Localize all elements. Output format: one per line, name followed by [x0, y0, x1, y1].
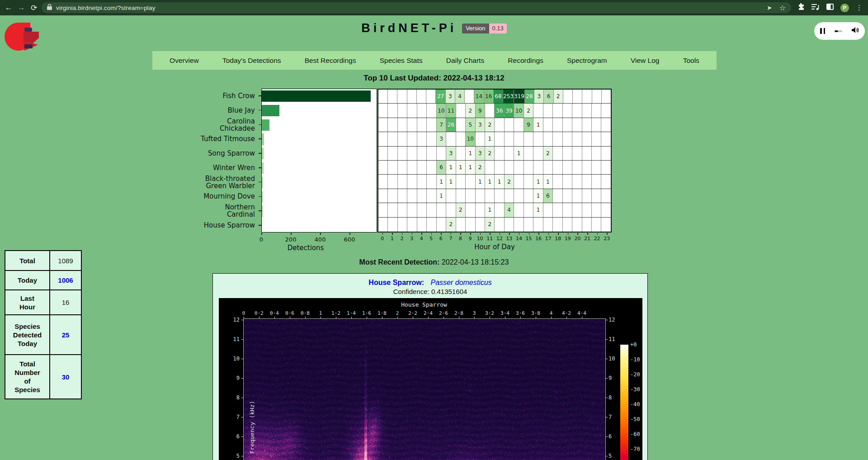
- nav-item-recordings[interactable]: Recordings: [508, 57, 543, 65]
- detection-species-link[interactable]: House Sparrow:: [368, 279, 424, 286]
- detections-bar: [262, 119, 269, 131]
- forward-button[interactable]: →: [15, 0, 27, 15]
- extensions-icon[interactable]: [797, 3, 805, 12]
- heatmap-cell: [397, 90, 407, 103]
- heatmap-cell: [427, 203, 436, 217]
- url-bar[interactable]: virginia.birdnetpi.com/?stream=play ➤ ☆: [42, 2, 791, 13]
- stat-value[interactable]: 1006: [50, 270, 81, 290]
- heatmap-row: 3101: [378, 132, 611, 146]
- heatmap-cell: 1: [437, 175, 446, 188]
- spectrogram-x-tick: [551, 317, 552, 318]
- heatmap-cell: [398, 132, 407, 146]
- heatmap-cell: [601, 132, 610, 146]
- spectrogram-x-tick: [274, 317, 275, 318]
- axis-tick: [451, 233, 452, 235]
- nav-item-view-log[interactable]: View Log: [631, 57, 659, 65]
- stat-label: Species Detected Today: [5, 315, 50, 355]
- heatmap-cell: [553, 189, 562, 203]
- heatmap-cell: [601, 203, 610, 217]
- heatmap-cell: [398, 147, 407, 160]
- axis-tick: [500, 233, 500, 235]
- hour-axis-tick-label: 0: [381, 236, 384, 242]
- heatmap-cell: 2: [476, 161, 485, 174]
- heatmap-cell: 2: [543, 147, 553, 160]
- detections-bar: [262, 133, 264, 145]
- detection-confidence-line: Confidence: 0.41351604: [213, 288, 647, 295]
- species-label: CarolinaChickadee: [163, 118, 259, 132]
- nav-item-overview[interactable]: Overview: [170, 57, 199, 65]
- spectrogram-y-tick: [241, 359, 243, 359]
- back-button[interactable]: ←: [3, 0, 14, 15]
- axis-tick: [568, 233, 569, 235]
- heatmap-cell: [563, 90, 573, 103]
- heatmap-cell: [514, 132, 524, 146]
- heatmap-cell: [524, 218, 533, 232]
- heatmap-cell: [524, 175, 533, 188]
- nav-item-daily-charts[interactable]: Daily Charts: [446, 57, 484, 65]
- heatmap-row: 273414166825331928362: [378, 90, 611, 104]
- volume-icon[interactable]: [852, 27, 859, 35]
- heatmap-cell: [524, 147, 533, 160]
- nav-item-best-recordings[interactable]: Best Recordings: [305, 57, 356, 65]
- heatmap-cell: 14: [474, 90, 484, 103]
- profile-avatar[interactable]: P: [840, 4, 849, 12]
- seek-slider[interactable]: [835, 30, 842, 32]
- heatmap-cell: 3: [446, 90, 455, 103]
- pause-button[interactable]: [820, 28, 825, 34]
- audio-player[interactable]: [814, 22, 865, 40]
- page-body: BirdNET-Pi Version 0.13 OverviewToday's …: [0, 15, 868, 460]
- heatmap-cell: 16: [484, 90, 494, 103]
- heatmap-cell: [495, 203, 504, 217]
- heatmap-cell: [456, 132, 466, 146]
- stat-value[interactable]: 30: [50, 355, 81, 399]
- heatmap-cell: [485, 161, 495, 174]
- heatmap-cell: [407, 218, 417, 232]
- reload-button[interactable]: ⟳: [28, 0, 40, 15]
- heatmap-cell: 1: [476, 175, 485, 188]
- menu-kebab-icon[interactable]: ⋮: [856, 4, 863, 12]
- spectrogram-y-tick: [606, 339, 608, 340]
- spectrogram-x-tick-label: 2·2: [408, 310, 417, 316]
- hour-axis-title: Hour of Day: [474, 243, 515, 251]
- heatmap-cell: [407, 189, 417, 203]
- detections-bar: [262, 191, 263, 203]
- stats-row: Last Hour16: [5, 290, 81, 315]
- axis-tick: [538, 233, 539, 235]
- spectrogram-y-tick: [241, 436, 243, 437]
- detections-bar-plot: [261, 89, 377, 232]
- nav-item-species-stats[interactable]: Species Stats: [380, 57, 423, 65]
- detections-bar: [262, 105, 279, 116]
- heatmap-cell: [563, 189, 572, 203]
- nav-item-tools[interactable]: Tools: [683, 57, 699, 65]
- nav-item-spectrogram[interactable]: Spectrogram: [567, 57, 607, 65]
- bookmark-star-icon[interactable]: ☆: [779, 4, 786, 12]
- heatmap-cell: 9: [524, 118, 533, 132]
- spectrogram-y-tick-label: 10: [226, 356, 240, 362]
- top10-heading: Top 10 Last Updated: 2022-04-13 18:12: [0, 74, 868, 83]
- heatmap-cell: [505, 189, 514, 203]
- heatmap-cell: [553, 161, 562, 174]
- axis-tick: [259, 225, 261, 226]
- colorbar-tick-label: -10: [630, 356, 640, 363]
- url-text[interactable]: virginia.birdnetpi.com/?stream=play: [56, 5, 156, 11]
- media-controls-icon[interactable]: [811, 4, 820, 12]
- heatmap-cell: [378, 132, 388, 146]
- stat-value[interactable]: 25: [50, 315, 81, 355]
- nav-item-today-s-detections[interactable]: Today's Detections: [222, 57, 281, 65]
- spectrogram-x-tick: [244, 317, 244, 318]
- send-icon[interactable]: ➤: [767, 4, 772, 11]
- spectrogram-y-tick: [241, 320, 243, 320]
- side-panel-icon[interactable]: [826, 4, 834, 12]
- heatmap-cell: [456, 104, 466, 117]
- axis-tick: [470, 233, 471, 235]
- heatmap-cell: [407, 104, 417, 117]
- heatmap-cell: [398, 218, 407, 232]
- heatmap-cell: [427, 118, 436, 132]
- heatmap-cell: [388, 147, 397, 160]
- hour-axis-tick-label: 12: [496, 236, 503, 242]
- colorbar-tick-label: -50: [630, 416, 640, 422]
- heatmap-cell: [572, 218, 582, 232]
- spectrogram-x-tick-label: 2·6: [439, 310, 448, 316]
- axis-tick: [402, 233, 403, 235]
- heatmap-cell: [378, 90, 388, 103]
